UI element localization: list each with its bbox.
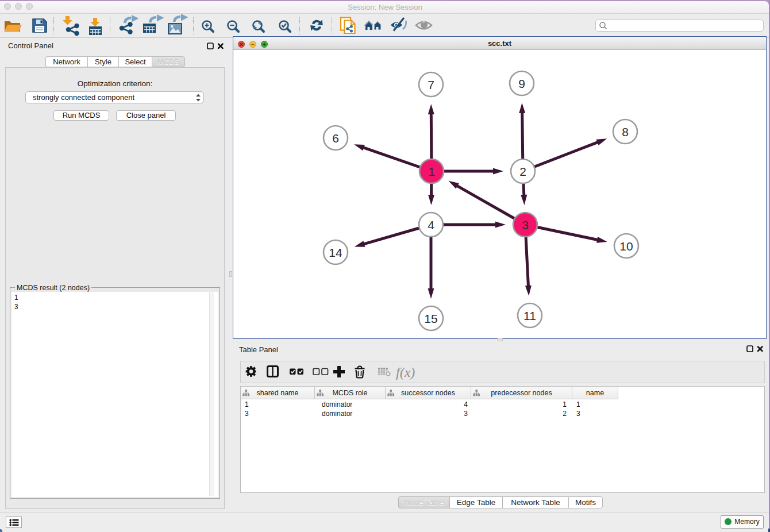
svg-text:3: 3 (522, 218, 529, 232)
svg-text:9: 9 (518, 77, 525, 90)
svg-text:10: 10 (619, 240, 633, 253)
svg-text:f(x): f(x) (396, 365, 415, 380)
svg-text:6: 6 (332, 132, 339, 145)
svg-text:4: 4 (428, 218, 434, 232)
svg-text:7: 7 (428, 78, 434, 91)
svg-text:8: 8 (622, 125, 629, 138)
svg-text:1: 1 (428, 165, 435, 178)
svg-text:14: 14 (329, 246, 342, 259)
svg-text:11: 11 (523, 309, 536, 322)
svg-text:15: 15 (424, 312, 437, 325)
svg-text:2: 2 (519, 165, 526, 178)
